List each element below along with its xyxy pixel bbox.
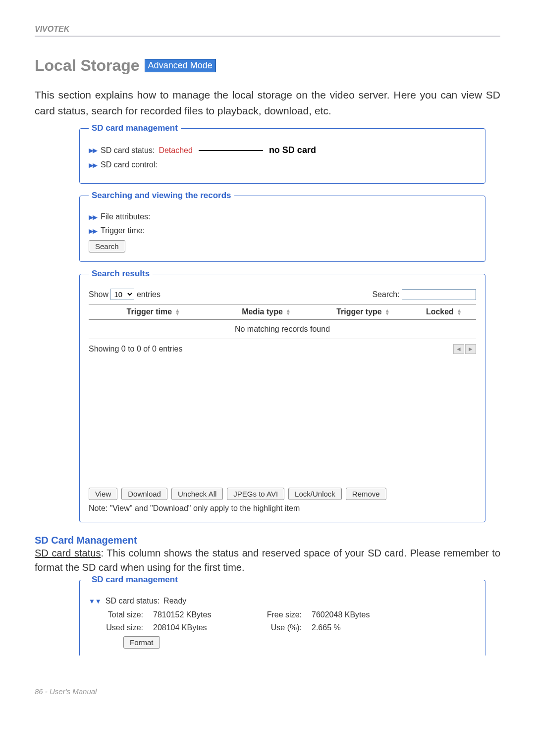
used-size-value: 208104 KBytes — [153, 623, 257, 632]
page-title: Local Storage — [35, 56, 140, 75]
expand-icon[interactable]: ▶▶ — [89, 161, 97, 169]
page-footer: 86 - User's Manual — [0, 677, 535, 706]
results-header-row: Trigger time ▲▼ Media type ▲▼ Trigger ty… — [89, 304, 476, 320]
no-records-message: No matching records found — [89, 320, 476, 339]
panel-legend: Search results — [89, 269, 153, 279]
trigger-time-label: Trigger time: — [101, 226, 145, 235]
sd-card-management-ready-panel: SD card management ▼▼ SD card status: Re… — [79, 575, 485, 655]
searching-panel: Searching and viewing the records ▶▶ Fil… — [79, 191, 485, 262]
intro-paragraph: This section explains how to manage the … — [35, 87, 500, 118]
sd-status-desc-text: : This column shows the status and reser… — [35, 548, 500, 573]
annotation-no-sd: no SD card — [269, 145, 316, 155]
uncheck-all-button[interactable]: Uncheck All — [171, 488, 223, 500]
sd-status-label: SD card status: — [101, 146, 155, 155]
sort-icon: ▲▼ — [457, 308, 462, 315]
showing-text: Showing 0 to 0 of 0 entries — [89, 345, 182, 353]
free-size-value: 7602048 KBytes — [312, 610, 416, 619]
format-button[interactable]: Format — [123, 636, 160, 649]
collapse-icon[interactable]: ▼▼ — [89, 598, 102, 605]
sd-card-management-panel: SD card management ▶▶ SD card status: De… — [79, 123, 485, 184]
col-label: Media type — [242, 307, 283, 316]
download-button[interactable]: Download — [121, 488, 167, 500]
col-label: Trigger type — [336, 307, 382, 316]
col-locked[interactable]: Locked ▲▼ — [412, 307, 476, 316]
free-size-label: Free size: — [257, 610, 312, 619]
show-label-suffix: entries — [137, 290, 160, 299]
sd-status-value: Detached — [159, 146, 193, 155]
jpegs-to-avi-button[interactable]: JPEGs to AVI — [227, 488, 284, 500]
expand-icon[interactable]: ▶▶ — [89, 227, 97, 235]
search-input[interactable] — [402, 289, 476, 300]
sort-icon: ▲▼ — [385, 308, 390, 315]
col-trigger-type[interactable]: Trigger type ▲▼ — [315, 307, 412, 316]
expand-icon[interactable]: ▶▶ — [89, 147, 97, 154]
search-button[interactable]: Search — [89, 240, 125, 252]
sd-status-value-ready: Ready — [163, 597, 186, 605]
use-pct-value: 2.665 % — [312, 623, 416, 632]
sd-status-label: SD card status: — [106, 597, 160, 605]
col-label: Locked — [426, 307, 454, 316]
sort-icon: ▲▼ — [286, 308, 291, 315]
sd-card-management-heading: SD Card Management — [35, 535, 500, 546]
panel-legend: SD card management — [89, 575, 181, 585]
pager-prev-button[interactable]: ◄ — [453, 344, 464, 354]
entries-select[interactable]: 10 — [110, 289, 134, 300]
col-label: Trigger time — [127, 307, 172, 316]
total-size-value: 7810152 KBytes — [153, 610, 257, 619]
panel-legend: SD card management — [89, 123, 181, 133]
sort-icon: ▲▼ — [175, 308, 180, 315]
file-attributes-label: File attributes: — [101, 212, 150, 221]
expand-icon[interactable]: ▶▶ — [89, 213, 97, 221]
advanced-mode-badge: Advanced Mode — [145, 59, 216, 72]
brand-header: VIVOTEK — [35, 25, 500, 37]
use-pct-label: Use (%): — [257, 623, 312, 632]
col-media-type[interactable]: Media type ▲▼ — [218, 307, 315, 316]
col-trigger-time[interactable]: Trigger time ▲▼ — [89, 307, 218, 316]
annotation-line — [199, 150, 263, 151]
lock-unlock-button[interactable]: Lock/Unlock — [288, 488, 342, 500]
panel-legend: Searching and viewing the records — [89, 191, 234, 201]
sd-control-label: SD card control: — [101, 160, 158, 169]
used-size-label: Used size: — [89, 623, 153, 632]
search-label: Search: — [372, 290, 399, 298]
show-label-prefix: Show — [89, 290, 108, 299]
remove-button[interactable]: Remove — [346, 488, 386, 500]
sd-status-underlined: SD card status — [35, 548, 101, 558]
view-button[interactable]: View — [89, 488, 117, 500]
pager-next-button[interactable]: ► — [465, 344, 476, 354]
note-text: Note: "View" and "Download" only apply t… — [89, 504, 476, 513]
search-results-panel: Search results Show 10 entries Search: T… — [79, 269, 485, 522]
sd-status-description: SD card status: This column shows the st… — [35, 546, 500, 575]
total-size-label: Total size: — [89, 610, 153, 619]
